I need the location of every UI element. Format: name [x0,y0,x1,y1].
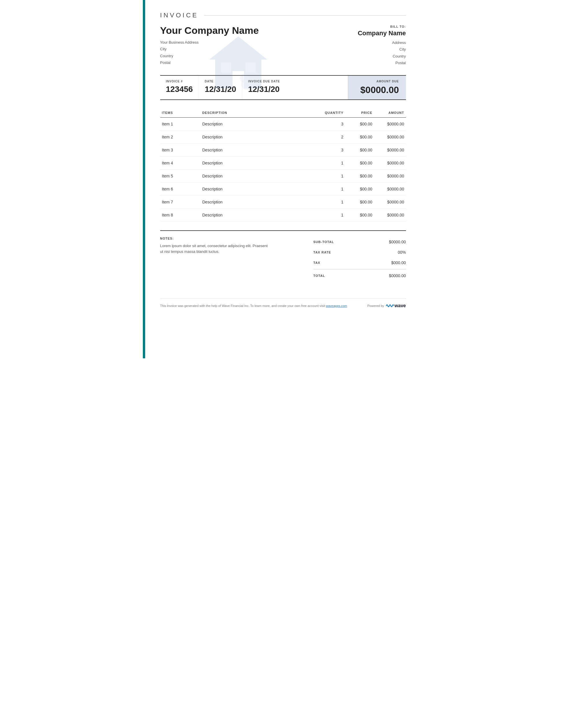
tax-rate-value: 00% [398,250,406,255]
bill-to-street: Address [348,39,406,46]
notes-label: NOTES: [160,237,302,240]
invoice-number-value: 123456 [166,85,193,94]
invoice-number-cell: INVOICE # 123456 [160,76,199,99]
powered-by: Powered by wave [367,303,406,308]
item-name-2: Item 3 [160,143,201,156]
item-amount-4: $0000.00 [374,169,406,182]
table-row: Item 8 Description 1 $00.00 $0000.00 [160,208,406,221]
item-qty-4: 1 [319,169,345,182]
table-header-row: ITEMS DESCRIPTION QUANTITY PRICE AMOUNT [160,109,406,118]
subtotal-label: SUB-TOTAL [314,240,334,244]
tax-rate-row: TAX RATE 00% [314,247,406,258]
item-amount-7: $0000.00 [374,208,406,221]
item-amount-2: $0000.00 [374,143,406,156]
item-amount-6: $0000.00 [374,195,406,208]
item-qty-7: 1 [319,208,345,221]
company-address: Your Business Address City Country Posta… [160,39,348,66]
date-cell: DATE 12/31/20 [199,76,242,99]
accent-bar [143,0,145,358]
item-price-1: $00.00 [345,130,374,143]
tax-label: TAX [314,261,321,264]
company-street: Your Business Address [160,39,348,46]
table-row: Item 2 Description 2 $00.00 $0000.00 [160,130,406,143]
table-row: Item 5 Description 1 $00.00 $0000.00 [160,169,406,182]
bill-to-section: BILL TO: Company Name Address City Count… [348,25,406,66]
item-amount-3: $0000.00 [374,156,406,169]
footer-text-main: This invoice was generated with the help… [160,304,326,307]
item-desc-4: Description [201,169,319,182]
tax-rate-label: TAX RATE [314,251,331,254]
footer-link[interactable]: waveapps.com [326,304,347,307]
title-line [204,15,406,16]
items-table: ITEMS DESCRIPTION QUANTITY PRICE AMOUNT … [160,109,406,222]
bill-to-company: Company Name [348,29,406,37]
item-qty-1: 2 [319,130,345,143]
item-price-3: $00.00 [345,156,374,169]
item-desc-1: Description [201,130,319,143]
company-country: Country [160,53,348,59]
item-qty-0: 3 [319,117,345,130]
footer: This invoice was generated with the help… [160,298,406,308]
bill-to-city: City [348,46,406,53]
item-qty-6: 1 [319,195,345,208]
item-name-7: Item 8 [160,208,201,221]
invoice-title-row: INVOICE [160,12,406,19]
col-header-items: ITEMS [160,109,201,118]
due-date-label: INVOICE DUE DATE [248,80,280,83]
item-name-3: Item 4 [160,156,201,169]
date-value: 12/31/20 [205,85,236,94]
item-qty-3: 1 [319,156,345,169]
col-header-amount: AMOUNT [374,109,406,118]
wave-brand-text: wave [395,303,406,308]
invoice-title: INVOICE [160,12,198,19]
bill-to-postal: Postal [348,60,406,66]
wave-logo-icon [386,303,394,308]
meta-left: INVOICE # 123456 DATE 12/31/20 INVOICE D… [160,76,348,99]
item-price-4: $00.00 [345,169,374,182]
date-label: DATE [205,80,236,83]
item-amount-1: $0000.00 [374,130,406,143]
item-name-1: Item 2 [160,130,201,143]
table-row: Item 7 Description 1 $00.00 $0000.00 [160,195,406,208]
meta-section: INVOICE # 123456 DATE 12/31/20 INVOICE D… [160,75,406,100]
amount-due-value: $0000.00 [355,85,399,95]
header-section: Your Company Name Your Business Address … [160,25,406,66]
footer-text: This invoice was generated with the help… [160,304,347,307]
table-row: Item 1 Description 3 $00.00 $0000.00 [160,117,406,130]
item-price-7: $00.00 [345,208,374,221]
col-header-quantity: QUANTITY [319,109,345,118]
tax-row: TAX $000.00 [314,258,406,268]
due-date-cell: INVOICE DUE DATE 12/31/20 [242,76,286,99]
notes-text: Lorem ipsum dolor sit amet, consectetur … [160,243,270,255]
company-postal: Postal [160,59,348,66]
invoice-number-label: INVOICE # [166,80,193,83]
bill-to-address: Address City Country Postal [348,39,406,66]
item-qty-2: 3 [319,143,345,156]
item-desc-0: Description [201,117,319,130]
item-name-6: Item 7 [160,195,201,208]
totals-section: SUB-TOTAL $0000.00 TAX RATE 00% TAX $000… [314,237,406,281]
total-label: TOTAL [314,274,325,277]
item-price-5: $00.00 [345,182,374,195]
item-amount-5: $0000.00 [374,182,406,195]
subtotal-row: SUB-TOTAL $0000.00 [314,237,406,247]
table-row: Item 3 Description 3 $00.00 $0000.00 [160,143,406,156]
item-desc-2: Description [201,143,319,156]
company-info: Your Company Name Your Business Address … [160,25,348,66]
item-name-5: Item 6 [160,182,201,195]
item-qty-5: 1 [319,182,345,195]
invoice-page: INVOICE [143,0,421,358]
item-desc-6: Description [201,195,319,208]
table-row: Item 4 Description 1 $00.00 $0000.00 [160,156,406,169]
item-amount-0: $0000.00 [374,117,406,130]
company-name: Your Company Name [160,25,348,36]
table-row: Item 6 Description 1 $00.00 $0000.00 [160,182,406,195]
bill-to-label: BILL TO: [348,25,406,28]
due-date-value: 12/31/20 [248,85,280,94]
subtotal-value: $0000.00 [389,240,406,244]
powered-by-text: Powered by [367,304,384,307]
total-row: TOTAL $0000.00 [314,269,406,281]
notes-section: NOTES: Lorem ipsum dolor sit amet, conse… [160,237,314,281]
col-header-description: DESCRIPTION [201,109,319,118]
item-name-0: Item 1 [160,117,201,130]
